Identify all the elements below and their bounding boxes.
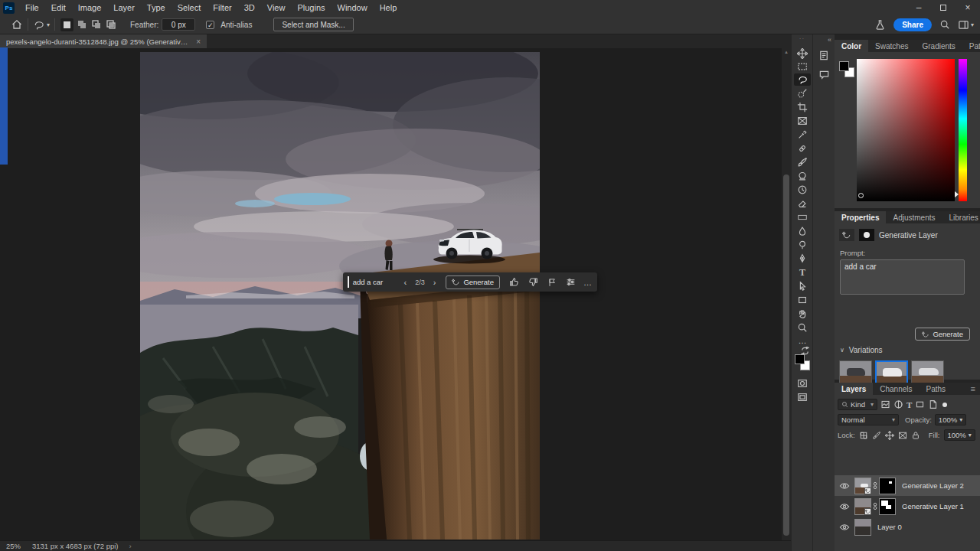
- more-options-icon[interactable]: …: [580, 278, 593, 287]
- history-brush-tool[interactable]: [794, 184, 811, 196]
- document-image[interactable]: [140, 52, 540, 540]
- tab-layers[interactable]: Layers: [835, 383, 873, 395]
- layer-row-generative-1[interactable]: Generative Layer 1: [835, 496, 980, 517]
- search-icon[interactable]: [939, 19, 950, 30]
- filter-adjustment-icon[interactable]: [893, 399, 903, 409]
- eraser-tool[interactable]: [794, 197, 811, 210]
- hue-slider[interactable]: [959, 59, 967, 201]
- filter-pixel-icon[interactable]: [880, 399, 890, 409]
- layer-name[interactable]: Layer 0: [877, 523, 902, 531]
- home-icon[interactable]: [11, 18, 23, 31]
- visibility-eye-icon[interactable]: [835, 481, 854, 491]
- marquee-tool[interactable]: [794, 60, 811, 73]
- subtract-from-selection-icon[interactable]: [90, 18, 103, 31]
- antialias-checkbox[interactable]: ✓: [206, 21, 214, 29]
- tab-swatches[interactable]: Swatches: [868, 40, 915, 52]
- rectangle-tool[interactable]: [794, 294, 811, 306]
- variation-thumb-1[interactable]: [839, 360, 872, 385]
- menu-window[interactable]: Window: [332, 0, 374, 15]
- lock-position-icon[interactable]: [885, 431, 894, 440]
- maximize-button[interactable]: [931, 0, 956, 15]
- add-to-selection-icon[interactable]: [75, 18, 88, 31]
- color-field[interactable]: [857, 59, 955, 201]
- variation-thumb-2-selected[interactable]: [875, 360, 908, 385]
- tab-paths[interactable]: Paths: [920, 383, 953, 395]
- gradient-tool[interactable]: [794, 211, 811, 223]
- layer-row-layer-0[interactable]: Layer 0: [835, 517, 980, 537]
- frame-tool[interactable]: [794, 115, 811, 127]
- opacity-value[interactable]: 100%▾: [935, 414, 966, 425]
- visibility-eye-icon[interactable]: [835, 522, 854, 533]
- minimize-button[interactable]: –: [906, 0, 931, 15]
- menu-layer[interactable]: Layer: [107, 0, 141, 15]
- quick-mask-icon[interactable]: [794, 377, 811, 390]
- next-variation-icon[interactable]: ›: [428, 278, 442, 287]
- tab-color[interactable]: Color: [835, 40, 868, 52]
- layer-mask-thumbnail[interactable]: [879, 478, 896, 494]
- eyedropper-tool[interactable]: [794, 129, 811, 141]
- filter-smart-object-icon[interactable]: [928, 399, 938, 409]
- menu-edit[interactable]: Edit: [45, 0, 72, 15]
- intersect-selection-icon[interactable]: [104, 18, 117, 31]
- scrollbar-thumb[interactable]: [783, 174, 789, 536]
- dodge-tool[interactable]: [794, 239, 811, 251]
- menu-file[interactable]: File: [19, 0, 45, 15]
- active-tool-preset[interactable]: ▾: [33, 19, 50, 31]
- filter-shape-icon[interactable]: [915, 399, 925, 409]
- document-tab[interactable]: pexels-angelo-duranti-3512848.jpg @ 25% …: [0, 34, 207, 48]
- settings-sliders-icon[interactable]: [561, 277, 580, 287]
- report-flag-icon[interactable]: [543, 278, 561, 287]
- layer-thumbnail[interactable]: [854, 478, 871, 494]
- pen-tool[interactable]: [794, 253, 811, 265]
- blur-tool[interactable]: [794, 225, 811, 237]
- lock-transparent-icon[interactable]: [859, 431, 868, 440]
- workspace-switcher[interactable]: ▾: [958, 19, 974, 31]
- thumbs-down-icon[interactable]: [524, 277, 543, 287]
- tab-gradients[interactable]: Gradients: [915, 40, 962, 52]
- tab-patterns[interactable]: Patterns: [962, 40, 980, 52]
- comments-panel-icon[interactable]: [813, 61, 835, 80]
- clone-stamp-tool[interactable]: [794, 170, 811, 182]
- status-expand-icon[interactable]: ›: [129, 542, 132, 550]
- lock-pixels-icon[interactable]: [872, 431, 881, 440]
- tab-properties[interactable]: Properties: [835, 211, 886, 223]
- menu-image[interactable]: Image: [72, 0, 108, 15]
- zoom-level[interactable]: 25%: [6, 542, 32, 550]
- zoom-tool[interactable]: [794, 321, 811, 334]
- mask-link-icon[interactable]: [873, 501, 877, 511]
- color-field-marker[interactable]: [858, 193, 864, 198]
- crop-tool[interactable]: [794, 101, 811, 113]
- lock-artboard-icon[interactable]: [898, 431, 907, 440]
- edit-toolbar-icon[interactable]: …: [794, 334, 811, 347]
- layer-thumbnail[interactable]: [854, 519, 871, 536]
- layer-filter-kind-dropdown[interactable]: Kind ▾: [838, 399, 877, 410]
- foreground-color-swatch[interactable]: [795, 354, 805, 364]
- lock-all-icon[interactable]: [911, 431, 920, 440]
- menu-view[interactable]: View: [261, 0, 292, 15]
- close-button[interactable]: ×: [956, 0, 980, 15]
- hue-slider-marker[interactable]: [955, 191, 959, 197]
- thumbs-up-icon[interactable]: [505, 277, 524, 287]
- color-foreground-swatch[interactable]: [839, 61, 849, 71]
- vertical-scrollbar[interactable]: ▴: [782, 48, 791, 540]
- history-panel-icon[interactable]: [813, 45, 835, 61]
- new-selection-icon[interactable]: [60, 18, 74, 31]
- menu-type[interactable]: Type: [141, 0, 172, 15]
- menu-select[interactable]: Select: [172, 0, 207, 15]
- tab-adjustments[interactable]: Adjustments: [886, 211, 942, 223]
- generate-button[interactable]: Generate: [446, 276, 500, 289]
- spot-healing-tool[interactable]: [794, 142, 811, 155]
- scroll-up-icon[interactable]: ▴: [782, 48, 791, 56]
- select-and-mask-button[interactable]: Select and Mask...: [273, 18, 353, 31]
- tab-channels[interactable]: Channels: [873, 383, 919, 395]
- screen-mode-icon[interactable]: [794, 391, 811, 403]
- type-tool[interactable]: T: [794, 266, 811, 279]
- prompt-textarea[interactable]: add a car: [840, 259, 965, 295]
- layer-thumbnail[interactable]: [854, 498, 871, 515]
- layer-name[interactable]: Generative Layer 2: [902, 481, 964, 490]
- menu-plugins[interactable]: Plugins: [291, 0, 331, 15]
- layer-name[interactable]: Generative Layer 1: [902, 502, 964, 510]
- toolbar-grip[interactable]: ··: [792, 36, 812, 42]
- menu-3d[interactable]: 3D: [238, 0, 261, 15]
- gen-prompt-input[interactable]: add a car: [353, 278, 399, 286]
